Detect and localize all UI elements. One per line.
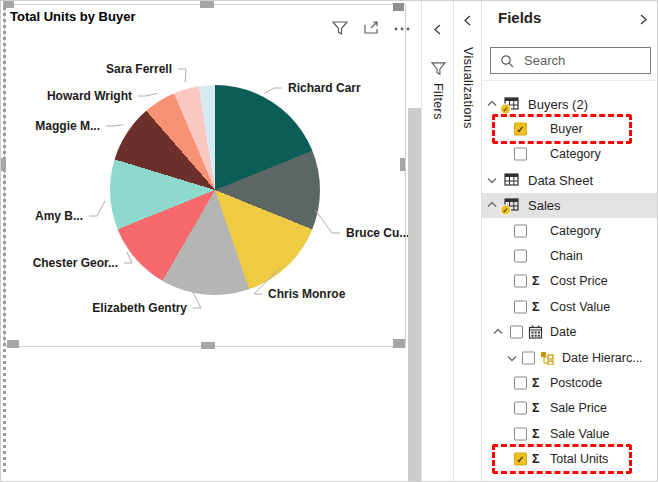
focus-mode-icon[interactable] bbox=[362, 19, 380, 37]
visual-header-toolbar bbox=[331, 19, 411, 37]
field-checkbox-category[interactable] bbox=[514, 148, 527, 161]
field-row-category[interactable]: Category bbox=[482, 142, 658, 167]
fields-separator bbox=[482, 80, 658, 81]
pie-slice-label-chester-geor: Chester Geor... bbox=[33, 256, 118, 270]
pie-slice-label-bruce-cu: Bruce Cu... bbox=[346, 226, 409, 240]
field-label: Date bbox=[550, 325, 576, 339]
canvas-vertical-scrollbar[interactable] bbox=[408, 108, 421, 481]
chevron-right-icon[interactable] bbox=[637, 13, 649, 26]
resize-handle-top-right[interactable] bbox=[393, 3, 404, 11]
sigma-icon: Σ bbox=[532, 452, 540, 466]
field-label: Cost Price bbox=[550, 274, 608, 288]
table-icon-wrap bbox=[504, 172, 521, 187]
field-label: Postcode bbox=[550, 376, 602, 390]
field-row-buyer[interactable]: ✓Buyer bbox=[482, 116, 658, 141]
chevron-up-icon[interactable] bbox=[486, 98, 498, 110]
resize-handle-top-left[interactable] bbox=[3, 1, 14, 8]
chevron-down-icon[interactable] bbox=[506, 352, 518, 364]
table-icon bbox=[504, 172, 520, 186]
pie-chart-visual[interactable]: Total Units by Buyer bbox=[4, 4, 406, 347]
chevron-down-icon[interactable] bbox=[486, 174, 498, 186]
field-row-chain[interactable]: Chain bbox=[482, 243, 658, 268]
field-checkbox-sale-value[interactable] bbox=[514, 427, 527, 440]
visualizations-pane-collapsed[interactable]: Visualizations bbox=[453, 1, 482, 482]
funnel-icon bbox=[430, 60, 447, 77]
field-row-cost-value[interactable]: ΣCost Value bbox=[482, 294, 658, 319]
filters-pane-label: Filters bbox=[431, 83, 445, 120]
pie-slice-label-elizabeth-gentry: Elizabeth Gentry bbox=[92, 301, 187, 315]
sigma-icon: Σ bbox=[532, 376, 540, 390]
table-selected-badge: ✓ bbox=[500, 103, 511, 114]
search-input[interactable] bbox=[522, 52, 636, 69]
field-row-data-sheet[interactable]: Data Sheet bbox=[482, 167, 658, 192]
field-checkbox-chain[interactable] bbox=[514, 250, 527, 263]
field-row-sale-value[interactable]: ΣSale Value bbox=[482, 421, 658, 446]
field-row-date[interactable]: Date bbox=[482, 320, 658, 345]
field-label: Buyers (2) bbox=[528, 96, 588, 111]
pie-slice-label-maggie-m: Maggie M... bbox=[35, 119, 100, 133]
field-label: Sale Price bbox=[550, 401, 607, 415]
field-checkbox-sale-price[interactable] bbox=[514, 402, 527, 415]
field-row-buyers-2[interactable]: ✓Buyers (2) bbox=[482, 91, 658, 116]
field-label: Total Units bbox=[550, 452, 608, 466]
search-box[interactable] bbox=[490, 47, 651, 74]
report-canvas: Total Units by Buyer Richard CarrBruce C… bbox=[1, 1, 421, 481]
field-row-postcode[interactable]: ΣPostcode bbox=[482, 370, 658, 395]
field-checkbox-category[interactable] bbox=[514, 224, 527, 237]
table-icon-wrap: ✓ bbox=[504, 96, 521, 111]
chevron-left-icon[interactable] bbox=[432, 23, 444, 36]
canvas-left-guide bbox=[3, 1, 6, 472]
chevron-up-icon[interactable] bbox=[486, 199, 498, 211]
table-icon-wrap: ✓ bbox=[504, 198, 521, 213]
powerbi-workspace: { "chart_data": { "type": "pie", "title"… bbox=[0, 0, 658, 482]
visual-title: Total Units by Buyer bbox=[10, 9, 135, 24]
field-checkbox-buyer[interactable]: ✓ bbox=[514, 123, 527, 136]
field-checkbox-cost-price[interactable] bbox=[514, 275, 527, 288]
pie-slice-label-chris-monroe: Chris Monroe bbox=[268, 287, 345, 301]
resize-handle-bottom-right[interactable] bbox=[393, 339, 405, 348]
search-icon bbox=[500, 54, 514, 68]
field-row-cost-price[interactable]: ΣCost Price bbox=[482, 269, 658, 294]
field-checkbox-total-units[interactable]: ✓ bbox=[514, 453, 527, 466]
chevron-up-icon[interactable] bbox=[492, 326, 504, 338]
field-row-sale-price[interactable]: ΣSale Price bbox=[482, 396, 658, 421]
field-label: Cost Value bbox=[550, 300, 610, 314]
pie-slice-label-amy-b: Amy B... bbox=[35, 209, 83, 223]
more-options-icon[interactable] bbox=[393, 19, 411, 37]
field-checkbox-postcode[interactable] bbox=[514, 376, 527, 389]
field-label: Category bbox=[550, 147, 601, 161]
field-label: Category bbox=[550, 224, 601, 238]
field-row-date-hierarc[interactable]: Date Hierarc... bbox=[482, 345, 658, 370]
field-checkbox-date-hierarc[interactable] bbox=[522, 351, 535, 364]
pie-slice-label-sara-ferrell: Sara Ferrell bbox=[106, 62, 172, 76]
field-checkbox-cost-value[interactable] bbox=[514, 300, 527, 313]
pie-slice-label-howard-wright: Howard Wright bbox=[47, 89, 132, 103]
pie-chart[interactable] bbox=[110, 85, 320, 295]
field-label: Buyer bbox=[550, 122, 583, 136]
chevron-left-icon[interactable] bbox=[462, 14, 474, 27]
resize-handle-bottom-mid[interactable] bbox=[201, 342, 215, 349]
field-row-sales[interactable]: ✓Sales bbox=[482, 193, 658, 218]
sigma-icon: Σ bbox=[532, 300, 540, 314]
field-row-total-units[interactable]: ✓ΣTotal Units bbox=[482, 446, 658, 471]
sigma-icon: Σ bbox=[532, 427, 540, 441]
resize-handle-mid-left[interactable] bbox=[1, 158, 6, 171]
sigma-icon: Σ bbox=[532, 274, 540, 288]
field-label: Sales bbox=[528, 198, 561, 213]
date-hierarchy-icon bbox=[540, 351, 554, 365]
sigma-icon: Σ bbox=[532, 401, 540, 415]
resize-handle-mid-right[interactable] bbox=[400, 158, 405, 171]
resize-handle-top-mid[interactable] bbox=[200, 1, 214, 8]
filters-pane-collapsed[interactable]: Filters bbox=[421, 1, 454, 482]
field-label: Sale Value bbox=[550, 427, 610, 441]
calendar-icon bbox=[528, 325, 543, 339]
pie-slice-label-richard-carr: Richard Carr bbox=[288, 81, 361, 95]
resize-handle-bottom-left[interactable] bbox=[7, 340, 19, 348]
field-label: Chain bbox=[550, 249, 583, 263]
fields-pane-title: Fields bbox=[498, 9, 541, 26]
field-checkbox-date[interactable] bbox=[510, 326, 523, 339]
visualizations-pane-label: Visualizations bbox=[461, 47, 475, 129]
field-label: Data Sheet bbox=[528, 172, 593, 187]
field-row-category[interactable]: Category bbox=[482, 218, 658, 243]
filter-icon[interactable] bbox=[331, 19, 349, 37]
